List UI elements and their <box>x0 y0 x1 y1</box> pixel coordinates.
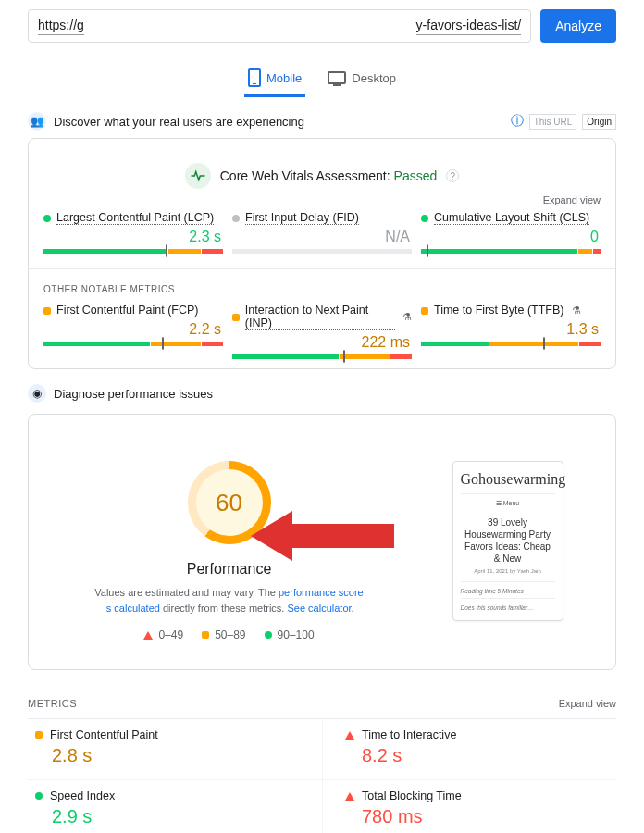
desktop-icon <box>328 71 346 84</box>
metric-name: Total Blocking Time <box>362 789 462 802</box>
metric-value: 2.3 s <box>43 225 223 249</box>
tab-mobile[interactable]: Mobile <box>244 61 305 97</box>
performance-gauge: 60 Performance Values are estimated and … <box>81 461 378 641</box>
status-icon <box>35 792 43 800</box>
url-input[interactable]: https://g y-favors-ideas-list/ <box>28 9 531 43</box>
metric-name[interactable]: First Contentful Paint (FCP) <box>56 304 199 317</box>
cwv-metric: First Input Delay (FID)N/A <box>232 211 412 254</box>
metric-value: 0 <box>421 225 601 249</box>
metrics-grid: First Contentful Paint2.8 sTime to Inter… <box>28 719 616 833</box>
metric-cell: Speed Index2.9 s <box>28 780 322 833</box>
discover-heading: Discover what your real users are experi… <box>54 115 304 129</box>
cwv-status: Passed <box>394 168 438 183</box>
users-icon: 👥 <box>28 112 46 131</box>
cwv-prefix: Core Web Vitals Assessment: <box>220 168 390 183</box>
other-metrics-label: OTHER NOTABLE METRICS <box>43 284 601 304</box>
device-tabs: Mobile Desktop <box>0 52 644 97</box>
discover-header: 👥 Discover what your real users are expe… <box>0 97 644 138</box>
diagnose-card: 60 Performance Values are estimated and … <box>28 414 616 670</box>
see-calculator-link[interactable]: See calculator <box>287 603 351 614</box>
radar-icon: ◉ <box>28 384 46 403</box>
score-legend: 0–49 50–89 90–100 <box>81 628 378 641</box>
metric-value: 222 ms <box>232 330 412 354</box>
metric-bar <box>43 342 223 346</box>
diagnose-header: ◉ Diagnose performance issues <box>0 369 644 410</box>
metric-name[interactable]: Interaction to Next Paint (INP) <box>245 304 395 330</box>
status-icon <box>345 731 354 740</box>
preview-line1: Reading time 5 Minutes <box>461 581 555 594</box>
metric-value: 2.2 s <box>43 317 223 342</box>
cwv-card: Core Web Vitals Assessment: Passed ? Exp… <box>28 138 616 369</box>
analyze-button[interactable]: Analyze <box>540 9 616 43</box>
performance-label: Performance <box>81 561 378 578</box>
preview-line2: Does this sounds familiar… <box>461 598 555 611</box>
metric-value: 780 ms <box>345 806 609 827</box>
metric-name: Speed Index <box>50 789 115 802</box>
preview-menu: ☰ Menu <box>461 500 555 507</box>
heartbeat-icon <box>185 163 211 189</box>
cwv-assessment: Core Web Vitals Assessment: Passed ? <box>43 154 601 194</box>
seg-origin[interactable]: Origin <box>582 114 616 130</box>
metric-cell: Time to Interactive8.2 s <box>322 719 616 780</box>
url-prefix: https://g <box>38 18 84 35</box>
metric-cell: Total Blocking Time780 ms <box>322 780 616 833</box>
triangle-icon <box>143 631 153 640</box>
metric-name[interactable]: Largest Contentful Paint (LCP) <box>56 211 214 225</box>
cwv-metrics-other: First Contentful Paint (FCP)2.2 sInterac… <box>43 304 601 359</box>
seg-this-url[interactable]: This URL <box>529 114 577 130</box>
metric-bar <box>43 249 223 254</box>
metric-name[interactable]: First Input Delay (FID) <box>245 211 359 225</box>
cwv-metric: Interaction to Next Paint (INP) ⚗222 ms <box>232 304 412 359</box>
metrics-heading: METRICS <box>28 698 77 709</box>
help-icon[interactable]: ? <box>446 169 459 182</box>
square-icon <box>202 631 209 639</box>
metric-bar <box>421 249 601 254</box>
cwv-metric: Largest Contentful Paint (LCP)2.3 s <box>43 211 223 254</box>
mobile-icon <box>248 68 261 87</box>
metric-cell: First Contentful Paint2.8 s <box>28 719 322 780</box>
performance-score: 60 <box>196 469 263 536</box>
metrics-section: METRICS Expand view First Contentful Pai… <box>28 689 616 833</box>
top-bar: https://g y-favors-ideas-list/ Analyze <box>0 0 644 52</box>
cwv-metric: Cumulative Layout Shift (CLS)0 <box>421 211 601 254</box>
circle-icon <box>265 631 272 639</box>
url-suffix: y-favors-ideas-list/ <box>416 18 522 35</box>
status-icon <box>43 215 51 222</box>
metric-bar <box>232 249 412 254</box>
status-icon <box>345 792 354 801</box>
status-icon <box>232 314 240 321</box>
metric-name[interactable]: Time to First Byte (TTFB) <box>434 304 564 317</box>
status-icon <box>421 215 428 222</box>
flask-icon: ⚗ <box>572 305 581 317</box>
metric-name: First Contentful Paint <box>50 728 158 741</box>
status-icon <box>43 307 51 315</box>
tab-mobile-label: Mobile <box>266 71 302 85</box>
metric-value: 1.3 s <box>421 317 601 342</box>
metric-value: 2.9 s <box>35 806 315 827</box>
tab-desktop-label: Desktop <box>352 71 396 85</box>
metrics-expand[interactable]: Expand view <box>559 698 616 709</box>
cwv-metrics-top: Largest Contentful Paint (LCP)2.3 sFirst… <box>43 211 601 254</box>
metric-name: Time to Interactive <box>362 728 456 741</box>
preview-title: 39 Lovely Housewarming Party Favors Idea… <box>461 516 555 565</box>
diagnose-heading: Diagnose performance issues <box>54 387 213 401</box>
flask-icon: ⚗ <box>402 311 412 323</box>
page-preview: Gohousewarming ☰ Menu 39 Lovely Housewar… <box>452 461 564 621</box>
metrics-header: METRICS Expand view <box>28 689 616 719</box>
metric-value: N/A <box>232 225 412 249</box>
cwv-metric: First Contentful Paint (FCP)2.2 s <box>43 304 223 359</box>
cwv-expand[interactable]: Expand view <box>43 194 601 211</box>
status-icon <box>232 215 240 222</box>
metric-bar <box>421 342 601 346</box>
tab-desktop[interactable]: Desktop <box>324 61 400 97</box>
divider <box>415 498 415 641</box>
cwv-metric: Time to First Byte (TTFB) ⚗1.3 s <box>421 304 601 359</box>
metric-name[interactable]: Cumulative Layout Shift (CLS) <box>434 211 589 225</box>
metric-value: 2.8 s <box>35 745 315 766</box>
info-icon[interactable]: ⓘ <box>511 113 524 130</box>
status-icon <box>35 731 43 739</box>
metric-value: 8.2 s <box>345 745 609 766</box>
status-icon <box>421 307 428 315</box>
metric-bar <box>232 354 412 359</box>
performance-note: Values are estimated and may vary. The p… <box>81 585 378 615</box>
